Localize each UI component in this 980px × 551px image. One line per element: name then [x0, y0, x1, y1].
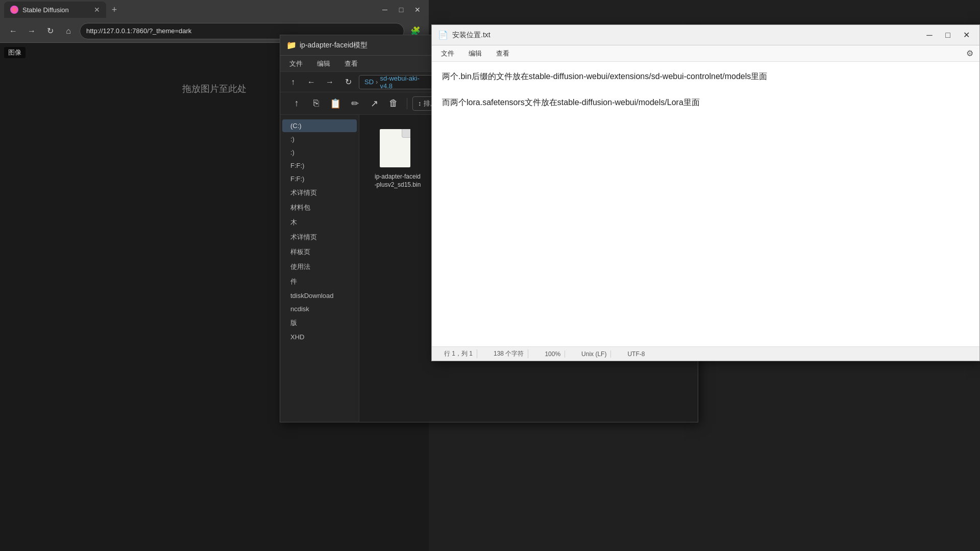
browser-titlebar: Stable Diffusion ✕ + ─ □ ✕ [0, 0, 429, 19]
np-char-count: 138 个字符 [489, 349, 528, 358]
np-line-ending: Unix (LF) [577, 350, 611, 358]
np-settings-icon[interactable]: ⚙ [966, 48, 973, 58]
sort-icon: ↕ [418, 99, 422, 107]
tab-close-button[interactable]: ✕ [94, 6, 100, 14]
browser-back-button[interactable]: ← [6, 24, 20, 38]
sidebar-item-tdisk[interactable]: tdiskDownload [282, 289, 357, 302]
toolbar-separator [407, 98, 407, 109]
file-paper-1 [380, 129, 410, 167]
fe-nav-forward-button[interactable]: → [322, 74, 337, 90]
np-line1: 两个.bin后缀的文件放在stable-diffusion-webui/exte… [442, 70, 969, 83]
fe-toolbar-rename-button[interactable]: ✏ [347, 95, 363, 112]
breadcrumb-webui[interactable]: sd-webui-aki-v4.8 [380, 74, 430, 90]
list-item[interactable]: ip-adapter-faceid-plusv2_sd15.bin [370, 125, 426, 193]
np-close-button[interactable]: ✕ [959, 28, 973, 42]
sidebar-item-art-detail2[interactable]: 术详情页 [282, 230, 357, 244]
breadcrumb-sd[interactable]: SD [364, 78, 374, 86]
browser-forward-button[interactable]: → [24, 24, 39, 38]
fe-toolbar-delete-button[interactable]: 🗑 [385, 95, 402, 112]
folder-icon: 📁 [286, 40, 297, 50]
np-menubar: 文件 编辑 查看 ⚙ [432, 45, 979, 62]
file-icon-1 [380, 129, 415, 170]
tab-favicon [10, 6, 18, 14]
sd-drop-text[interactable]: 拖放图片至此处 [182, 83, 247, 95]
tab-title: Stable Diffusion [22, 6, 90, 14]
np-restore-button[interactable]: □ [941, 28, 955, 42]
sidebar-item-1[interactable]: :) [282, 133, 357, 145]
np-titlebar: 📄 安装位置.txt ─ □ ✕ [432, 25, 979, 45]
sidebar-item-wood[interactable]: 木 [282, 215, 357, 230]
sidebar-item-materials[interactable]: 材料包 [282, 201, 357, 215]
file-name-1: ip-adapter-faceid-plusv2_sd15.bin [374, 173, 422, 189]
fe-toolbar-share2-button[interactable]: ↗ [366, 95, 382, 112]
browser-tab[interactable]: Stable Diffusion ✕ [4, 2, 106, 18]
notepad-window: 📄 安装位置.txt ─ □ ✕ 文件 编辑 查看 ⚙ 两个.bin后缀的文件放… [431, 24, 980, 361]
fe-menu-edit[interactable]: 编辑 [314, 57, 333, 70]
fe-menu-file[interactable]: 文件 [286, 57, 306, 70]
browser-close-button[interactable]: ✕ [410, 3, 425, 17]
sidebar-item-c[interactable]: (C:) [282, 119, 357, 132]
np-menu-file[interactable]: 文件 [438, 47, 457, 60]
fe-toolbar-paste-button[interactable]: 📋 [327, 95, 344, 112]
np-zoom: 100% [541, 350, 565, 358]
np-icon: 📄 [438, 30, 448, 40]
np-menu-edit[interactable]: 编辑 [465, 47, 485, 60]
browser-minimize-button[interactable]: ─ [378, 3, 392, 17]
fe-nav-back-button[interactable]: ← [304, 74, 319, 90]
sidebar-item-xhd[interactable]: XHD [282, 331, 357, 343]
sidebar-item-ncdisk[interactable]: ncdisk [282, 303, 357, 315]
browser-home-button[interactable]: ⌂ [61, 24, 76, 38]
browser-maximize-button[interactable]: □ [394, 3, 408, 17]
np-position: 行 1，列 1 [440, 349, 477, 358]
sidebar-item-art-detail[interactable]: 术详情页 [282, 186, 357, 200]
sidebar-item-file[interactable]: 件 [282, 274, 357, 289]
np-minimize-button[interactable]: ─ [922, 28, 937, 42]
sd-image-label: 图像 [4, 47, 26, 58]
browser-refresh-button[interactable]: ↻ [43, 24, 57, 38]
fe-sidebar: (C:) :) :) F:F:) F:F:) 术详情页 材料包 木 术详情页 样… [280, 115, 359, 422]
fe-menu-view[interactable]: 查看 [341, 57, 361, 70]
fe-toolbar-copy-button[interactable]: ⎘ [308, 95, 324, 112]
sidebar-item-method[interactable]: 使用法 [282, 260, 357, 274]
np-menu-view[interactable]: 查看 [493, 47, 512, 60]
np-encoding: UTF-8 [623, 350, 649, 358]
sidebar-item-template[interactable]: 样板页 [282, 245, 357, 259]
np-text-content[interactable]: 两个.bin后缀的文件放在stable-diffusion-webui/exte… [432, 62, 979, 346]
fe-nav-refresh-button[interactable]: ↻ [340, 74, 356, 90]
fe-toolbar-share-button[interactable]: ↑ [288, 95, 305, 112]
sidebar-item-version[interactable]: 版 [282, 316, 357, 330]
fe-nav-up-button[interactable]: ↑ [285, 74, 301, 90]
np-window-title: 安装位置.txt [452, 31, 918, 40]
sidebar-item-f2[interactable]: F:F:) [282, 172, 357, 185]
sidebar-item-f1[interactable]: F:F:) [282, 159, 357, 172]
new-tab-button[interactable]: + [106, 2, 122, 18]
np-line2: 而两个lora.safetensors文件放在stable-diffusion-… [442, 96, 969, 109]
np-statusbar: 行 1，列 1 138 个字符 100% Unix (LF) UTF-8 [432, 346, 979, 361]
sidebar-item-2[interactable]: :) [282, 146, 357, 159]
